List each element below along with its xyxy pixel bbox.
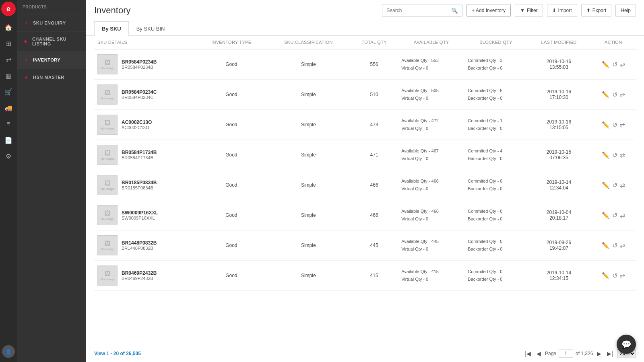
- sku-image: 🖼 No Image: [97, 235, 118, 255]
- sidebar-item-hsn-label: HSN Master: [33, 75, 64, 80]
- sidebar-item-channel-sku-label: Channel SKU Listing: [32, 37, 80, 46]
- sku-name[interactable]: BR1448P0832B: [122, 240, 157, 246]
- cell-sku-classification: Simple: [266, 261, 350, 291]
- transfer-icon[interactable]: ⇄: [620, 91, 625, 99]
- cell-action: ✏️ ↺ ⇄: [591, 261, 636, 291]
- sidebar-section-label: PRODUCTS: [17, 0, 86, 14]
- icon-grid[interactable]: ⊞: [1, 36, 16, 51]
- icon-document[interactable]: 📄: [1, 133, 16, 147]
- edit-icon[interactable]: ✏️: [602, 91, 610, 99]
- cell-inventory-type: Good: [196, 140, 266, 170]
- page-number-input[interactable]: [559, 350, 573, 358]
- transfer-icon[interactable]: ⇄: [620, 151, 625, 159]
- cell-blocked-qty: Commited Qty - 4 Backorder Qty - 0: [464, 140, 527, 170]
- icon-truck[interactable]: 🚚: [1, 101, 16, 115]
- cell-available-qty: Available Qty - 467 Virtual Qty - 0: [398, 140, 464, 170]
- app-logo[interactable]: e: [1, 2, 16, 16]
- transfer-icon[interactable]: ⇄: [620, 242, 625, 249]
- sku-name[interactable]: BR0584P0234B: [122, 59, 157, 65]
- history-icon[interactable]: ↺: [612, 151, 617, 159]
- add-inventory-button[interactable]: + Add Inventory: [466, 4, 511, 17]
- import-button[interactable]: ⬇ Import: [547, 4, 577, 17]
- filter-button[interactable]: ▼ Filter: [515, 4, 543, 17]
- col-header-action: ACTION: [591, 36, 636, 49]
- help-button[interactable]: Help: [615, 4, 636, 17]
- edit-icon[interactable]: ✏️: [602, 61, 610, 68]
- cell-last-modified: 2019-10-14 12:34:15: [527, 261, 591, 291]
- sidebar-item-hsn-master[interactable]: + HSN Master: [17, 69, 86, 86]
- sidebar-item-inventory-label: Inventory: [33, 58, 60, 62]
- table-row: 🖼 No Image BR0185P0834B BR0185P0834B Goo…: [94, 170, 636, 200]
- sku-name[interactable]: BR0469P2432B: [122, 270, 157, 276]
- icon-shuffle[interactable]: ⇄: [1, 52, 16, 67]
- cell-total-qty: 466: [350, 170, 398, 200]
- transfer-icon[interactable]: ⇄: [620, 61, 625, 68]
- history-icon[interactable]: ↺: [612, 61, 617, 68]
- tab-by-sku-bin[interactable]: By SKU BIN: [129, 21, 173, 36]
- search-button[interactable]: 🔍: [447, 4, 462, 16]
- icon-settings[interactable]: ⚙: [1, 149, 16, 163]
- cell-sku-details: 🖼 No Image BR0584P0234B BR0584P0234B: [94, 49, 196, 80]
- cell-action: ✏️ ↺ ⇄: [591, 80, 636, 110]
- cell-action: ✏️ ↺ ⇄: [591, 230, 636, 261]
- edit-icon[interactable]: ✏️: [602, 242, 610, 249]
- sku-name[interactable]: AC0002C13O: [122, 119, 152, 125]
- cell-sku-classification: Simple: [266, 80, 350, 110]
- sku-code: BR0584P1734B: [122, 155, 157, 160]
- sku-code: BR0584P0234B: [122, 65, 157, 70]
- cell-sku-classification: Simple: [266, 230, 350, 261]
- transfer-icon[interactable]: ⇄: [620, 272, 625, 280]
- icon-cart[interactable]: 🛒: [1, 84, 16, 99]
- history-icon[interactable]: ↺: [612, 91, 617, 99]
- view-count-label: View 1 - 20 of 26,505: [94, 351, 141, 356]
- cell-blocked-qty: Commited Qty - 0 Backorder Qty - 0: [464, 230, 527, 261]
- tabs-bar: By SKU By SKU BIN: [86, 21, 644, 36]
- prev-page-button[interactable]: ◀: [535, 350, 543, 358]
- cell-sku-classification: Simple: [266, 200, 350, 230]
- first-page-button[interactable]: |◀: [523, 350, 533, 358]
- edit-icon[interactable]: ✏️: [602, 121, 610, 129]
- table-row: 🖼 No Image BR0584P0234C BR0584P0234C Goo…: [94, 80, 636, 110]
- cell-available-qty: Available Qty - 505 Virtual Qty - 0: [398, 80, 464, 110]
- sku-image: 🖼 No Image: [97, 84, 118, 105]
- chat-bubble[interactable]: 💬: [617, 335, 636, 354]
- transfer-icon[interactable]: ⇄: [620, 121, 625, 129]
- icon-barcode[interactable]: ▦: [1, 68, 16, 83]
- sku-name[interactable]: BR0185P0834B: [122, 180, 157, 185]
- last-page-button[interactable]: ▶|: [605, 350, 615, 358]
- cell-action: ✏️ ↺ ⇄: [591, 200, 636, 230]
- sidebar-item-inventory[interactable]: + Inventory: [17, 51, 86, 69]
- sku-name[interactable]: BR0584P1734B: [122, 150, 157, 155]
- history-icon[interactable]: ↺: [612, 181, 617, 189]
- history-icon[interactable]: ↺: [612, 212, 617, 219]
- icon-store[interactable]: 🏠: [1, 20, 16, 35]
- export-button[interactable]: ⬆ Export: [581, 4, 612, 17]
- icon-list[interactable]: ≡: [1, 117, 16, 131]
- cell-last-modified: 2019-10-15 07:06:35: [527, 140, 591, 170]
- edit-icon[interactable]: ✏️: [602, 212, 610, 219]
- search-input[interactable]: [382, 8, 447, 13]
- sku-image: 🖼 No Image: [97, 265, 118, 286]
- edit-icon[interactable]: ✏️: [602, 181, 610, 189]
- cell-sku-classification: Simple: [266, 110, 350, 140]
- next-page-button[interactable]: ▶: [595, 350, 603, 358]
- transfer-icon[interactable]: ⇄: [620, 181, 625, 189]
- sidebar-item-sku-enquiry-label: SKU Enquiry: [33, 21, 66, 25]
- sidebar-item-sku-enquiry[interactable]: + SKU Enquiry: [17, 14, 86, 32]
- history-icon[interactable]: ↺: [612, 242, 617, 249]
- transfer-icon[interactable]: ⇄: [620, 212, 625, 219]
- edit-icon[interactable]: ✏️: [602, 272, 610, 280]
- sidebar: PRODUCTS + SKU Enquiry + Channel SKU Lis…: [17, 0, 86, 362]
- tab-by-sku[interactable]: By SKU: [94, 21, 129, 36]
- sku-enquiry-icon: +: [23, 19, 30, 27]
- user-avatar[interactable]: 👤: [2, 345, 15, 358]
- sku-code: BR0469P2432B: [122, 276, 157, 281]
- sku-name[interactable]: BR0584P0234C: [122, 89, 157, 95]
- history-icon[interactable]: ↺: [612, 272, 617, 280]
- total-pages-label: of 1,326: [576, 351, 593, 356]
- edit-icon[interactable]: ✏️: [602, 151, 610, 159]
- sku-name[interactable]: SW0009P16XXL: [122, 210, 158, 216]
- sidebar-item-channel-sku[interactable]: + Channel SKU Listing: [17, 32, 86, 51]
- history-icon[interactable]: ↺: [612, 121, 617, 129]
- cell-sku-classification: Simple: [266, 170, 350, 200]
